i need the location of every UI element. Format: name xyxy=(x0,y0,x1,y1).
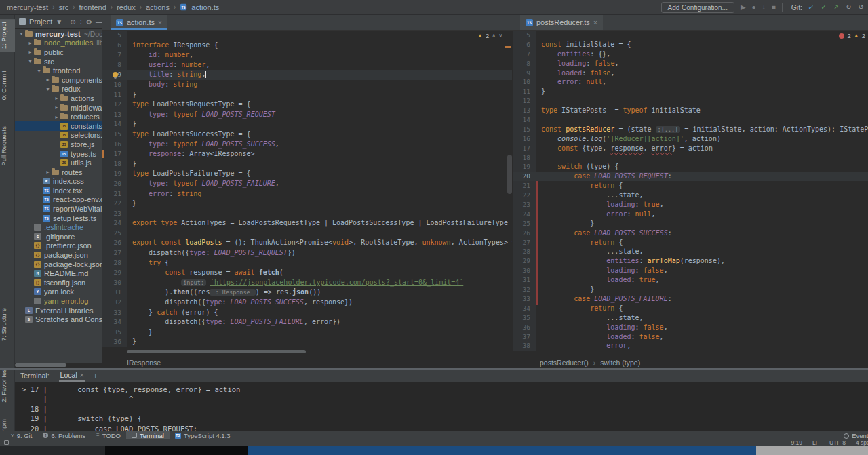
breadcrumb-item[interactable]: switch (type) xyxy=(600,359,640,367)
code-line[interactable]: 36 loading: false, xyxy=(513,323,868,332)
chevron-collapsed-icon[interactable]: ▸ xyxy=(26,49,34,55)
tree-item-store-js[interactable]: JSstore.js xyxy=(15,140,102,149)
line-number[interactable]: 13 xyxy=(102,110,127,120)
code-text[interactable]: try { xyxy=(127,258,169,269)
code-line[interactable]: 21 return { xyxy=(513,181,868,191)
code-text[interactable]: loaded: true, xyxy=(536,275,660,285)
close-icon[interactable]: × xyxy=(593,19,597,26)
line-number[interactable]: 25 xyxy=(513,219,536,229)
code-text[interactable]: case LOAD_POSTS_FAILURE: xyxy=(536,294,672,304)
code-line[interactable]: 9 loaded: false, xyxy=(513,68,868,78)
tree-item-react-app-env-d-ts[interactable]: TSreact-app-env.d.ts xyxy=(15,195,102,205)
tree-item-yarn-lock[interactable]: Yyarn.lock xyxy=(15,288,102,297)
tree-item-scratches-and-consoles[interactable]: SScratches and Consoles xyxy=(15,315,102,324)
code-text[interactable]: loaded: false, xyxy=(536,332,664,342)
code-text[interactable]: } xyxy=(536,219,594,229)
code-text[interactable]: } catch (error) { xyxy=(127,308,218,318)
code-line[interactable]: 16 type: typeof LOAD_POSTS_SUCCESS, xyxy=(102,140,512,150)
breadcrumb-item[interactable]: actions xyxy=(146,3,170,12)
close-icon[interactable]: × xyxy=(158,19,162,26)
line-number[interactable]: 33 xyxy=(102,308,127,318)
line-number[interactable]: 7 xyxy=(513,50,536,59)
code-line[interactable]: 35 ...state, xyxy=(513,313,868,323)
toolwindow-toggle-icon[interactable] xyxy=(4,440,9,445)
code-text[interactable]: const initialState = { xyxy=(536,40,631,50)
line-number[interactable]: 20 xyxy=(513,172,536,181)
code-line[interactable]: 5 xyxy=(102,31,512,41)
tree-item-actions[interactable]: ▸actions xyxy=(15,94,102,103)
stripe-item-favorites[interactable]: 2: Favorites xyxy=(0,366,15,405)
line-number[interactable]: 36 xyxy=(102,337,127,347)
code-text[interactable]: loading: false, xyxy=(536,323,668,332)
editor-breadcrumb-left[interactable]: IResponse xyxy=(102,357,512,368)
code-line[interactable]: 21 error: string xyxy=(102,189,512,199)
line-number[interactable]: 35 xyxy=(513,313,536,323)
line-number[interactable]: 14 xyxy=(102,119,127,130)
tree-item--eslintcache[interactable]: .eslintcache xyxy=(15,222,102,232)
code-text[interactable]: response: Array<IResponse> xyxy=(127,149,255,159)
code-line[interactable]: 5 xyxy=(513,31,868,40)
terminal-tab-local[interactable]: Local × xyxy=(59,370,85,382)
indent-setting[interactable]: 4 spaces xyxy=(856,439,868,446)
line-number[interactable]: 17 xyxy=(513,144,536,153)
tree-item-setuptests-ts[interactable]: TSsetupTests.ts xyxy=(15,214,102,223)
chevron-collapsed-icon[interactable]: ▸ xyxy=(44,169,52,175)
line-number[interactable]: 37 xyxy=(513,332,536,342)
code-line[interactable]: 31 loaded: true, xyxy=(513,275,868,285)
code-text[interactable]: export type ActionTypes = LoadPostsReque… xyxy=(127,218,508,229)
line-number[interactable]: 17 xyxy=(102,149,127,159)
line-number[interactable]: 15 xyxy=(513,125,536,134)
code-text[interactable]: const response = await fetch( xyxy=(127,268,283,278)
tree-item-mercury-test[interactable]: ▾mercury-test~/Documen xyxy=(15,29,102,39)
line-number[interactable]: 31 xyxy=(102,288,127,298)
code-text[interactable]: } xyxy=(127,337,136,347)
code-text[interactable]: return { xyxy=(536,181,623,191)
toolwindow-button-typescript413[interactable]: TSTypeScript 4.1.3 xyxy=(170,431,236,440)
line-number[interactable]: 36 xyxy=(513,323,536,332)
tree-item-types-ts[interactable]: TStypes.ts xyxy=(15,149,102,159)
chevron-expanded-icon[interactable]: ▾ xyxy=(18,31,25,37)
code-text[interactable]: type LoadPostsFailureType = { xyxy=(127,169,251,179)
code-line[interactable]: 27 dispatch({type: LOAD_POSTS_REQUEST}) xyxy=(102,248,512,258)
code-line[interactable]: 33 case LOAD_POSTS_FAILURE: xyxy=(513,294,868,304)
code-line[interactable]: 8 userId: number, xyxy=(102,60,512,71)
line-number[interactable]: 23 xyxy=(102,209,127,219)
tree-item-package-lock-json[interactable]: {}package-lock.json xyxy=(15,260,102,269)
code-line[interactable]: 6interface IResponse { xyxy=(102,41,512,51)
code-line[interactable]: 15const postsReducer = (state :{...} = i… xyxy=(513,125,868,134)
line-number[interactable]: 7 xyxy=(102,50,127,60)
code-text[interactable] xyxy=(536,153,541,163)
line-number[interactable]: 34 xyxy=(513,304,536,313)
line-number[interactable]: 30 xyxy=(513,266,536,275)
tree-item-public[interactable]: ▸public xyxy=(15,47,102,57)
tree-item-index-css[interactable]: #index.css xyxy=(15,177,102,186)
tree-item-routes[interactable]: ▸routes xyxy=(15,167,102,177)
code-line[interactable]: 28 try { xyxy=(102,258,512,269)
line-number[interactable]: 24 xyxy=(102,218,127,229)
code-text[interactable]: id: number, xyxy=(127,50,193,60)
code-line[interactable]: 6const initialState = { xyxy=(513,40,868,50)
line-number[interactable]: 18 xyxy=(102,159,127,170)
line-number[interactable]: 24 xyxy=(513,210,536,219)
tree-item-reducers[interactable]: ▸reducers xyxy=(15,112,102,121)
line-number[interactable]: 29 xyxy=(513,256,536,266)
code-line[interactable]: 25 xyxy=(102,229,512,239)
collapse-all-icon[interactable]: ÷ xyxy=(79,18,83,26)
code-line[interactable]: 14} xyxy=(102,119,512,130)
code-line[interactable]: 17 response: Array<IResponse> xyxy=(102,149,512,159)
line-number[interactable]: 6 xyxy=(102,41,127,51)
code-text[interactable]: type IStatePosts = typeof initialState xyxy=(536,106,701,115)
editor-postsreducer-ts[interactable]: 2 ▲2 56const initialState = {7 entities:… xyxy=(513,31,868,351)
caret-position[interactable]: 9:19 xyxy=(791,439,802,446)
line-number[interactable]: 34 xyxy=(102,317,127,328)
code-line[interactable]: 13 type: typeof LOAD_POSTS_REQUEST xyxy=(102,110,512,120)
code-line[interactable]: 20 case LOAD_POSTS_REQUEST: xyxy=(513,172,868,181)
line-number[interactable]: 19 xyxy=(513,162,536,172)
tree-item-redux[interactable]: ▾redux xyxy=(15,85,102,94)
code-text[interactable]: loading: false, xyxy=(536,59,618,68)
code-line[interactable]: 36} xyxy=(102,337,512,347)
code-text[interactable]: return { xyxy=(536,304,623,313)
line-number[interactable]: 23 xyxy=(513,200,536,210)
code-line[interactable]: 7 id: number, xyxy=(102,50,512,60)
code-line[interactable]: 11} xyxy=(102,90,512,100)
